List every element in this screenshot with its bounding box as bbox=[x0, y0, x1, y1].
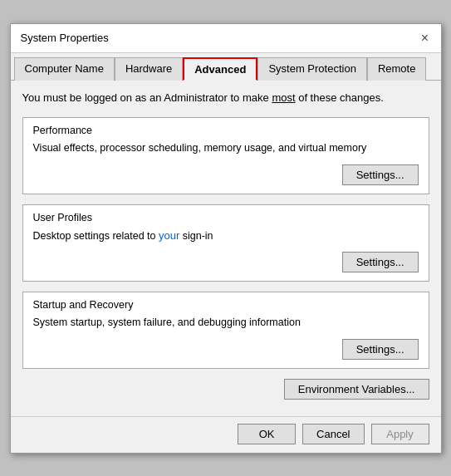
your-text: your bbox=[159, 229, 179, 242]
startup-recovery-section: Startup and Recovery System startup, sys… bbox=[22, 292, 429, 369]
cancel-button[interactable]: Cancel bbox=[302, 424, 364, 444]
performance-section: Performance Visual effects, processor sc… bbox=[22, 117, 429, 194]
tab-computer-name[interactable]: Computer Name bbox=[14, 57, 115, 81]
close-button[interactable]: × bbox=[416, 29, 434, 47]
bottom-bar: OK Cancel Apply bbox=[11, 416, 441, 453]
user-profiles-footer: Settings... bbox=[33, 252, 419, 272]
user-profiles-section: User Profiles Desktop settings related t… bbox=[22, 204, 429, 282]
user-profiles-title: User Profiles bbox=[33, 212, 419, 223]
admin-notice-text: You must be logged on as an Administrato… bbox=[22, 91, 384, 104]
env-bar: Environment Variables... bbox=[22, 379, 429, 406]
admin-notice-highlight: most bbox=[272, 91, 295, 104]
performance-footer: Settings... bbox=[33, 164, 419, 185]
tab-bar: Computer Name Hardware Advanced System P… bbox=[11, 53, 441, 81]
admin-notice: You must be logged on as an Administrato… bbox=[22, 91, 429, 106]
user-profiles-settings-button[interactable]: Settings... bbox=[342, 252, 419, 272]
performance-desc: Visual effects, processor scheduling, me… bbox=[33, 141, 419, 156]
tab-advanced[interactable]: Advanced bbox=[183, 57, 257, 81]
performance-title: Performance bbox=[33, 125, 419, 136]
apply-button[interactable]: Apply bbox=[371, 424, 429, 444]
startup-recovery-footer: Settings... bbox=[33, 339, 419, 360]
user-profiles-desc: Desktop settings related to your sign-in bbox=[33, 228, 419, 244]
tab-content: You must be logged on as an Administrato… bbox=[11, 81, 441, 416]
ok-button[interactable]: OK bbox=[238, 424, 296, 444]
system-properties-dialog: System Properties × Computer Name Hardwa… bbox=[10, 23, 442, 454]
tab-hardware[interactable]: Hardware bbox=[115, 57, 183, 81]
performance-settings-button[interactable]: Settings... bbox=[342, 164, 419, 185]
title-bar: System Properties × bbox=[11, 24, 441, 53]
dialog-title: System Properties bbox=[21, 32, 109, 44]
startup-recovery-desc: System startup, system failure, and debu… bbox=[33, 316, 419, 331]
startup-recovery-title: Startup and Recovery bbox=[33, 299, 419, 311]
tab-system-protection[interactable]: System Protection bbox=[257, 57, 367, 81]
environment-variables-button[interactable]: Environment Variables... bbox=[284, 379, 429, 400]
startup-recovery-settings-button[interactable]: Settings... bbox=[342, 339, 419, 360]
tab-remote[interactable]: Remote bbox=[367, 57, 427, 81]
